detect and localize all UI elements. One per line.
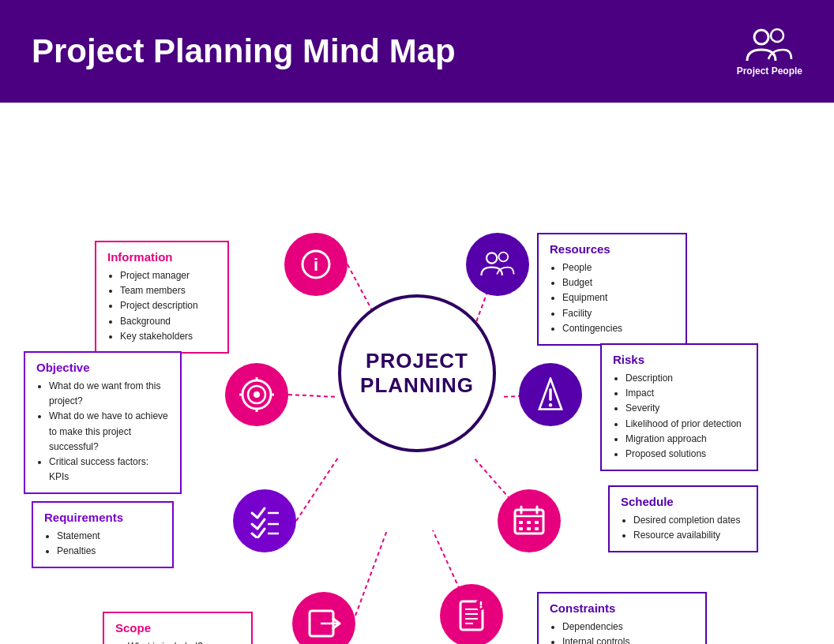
list-item: Desired completion dates [633,513,746,528]
box-resources: Resources People Budget Equipment Facili… [537,233,687,346]
svg-point-13 [498,253,508,262]
list-item: Budget [562,275,674,290]
info-icon: i [300,249,332,280]
svg-point-0 [754,30,768,44]
constraints-title: Constraints [550,601,694,615]
list-item: What is included? [128,639,240,644]
resources-title: Resources [550,242,674,256]
icon-objective [225,363,288,426]
information-list: Project manager Team members Project des… [107,268,216,344]
list-item: Team members [120,283,216,298]
icon-scope [292,592,355,644]
list-item: Background [120,314,216,329]
constraints-list: Dependencies Internal controls Approvals… [550,620,694,644]
svg-rect-33 [535,521,539,524]
svg-rect-36 [535,527,539,530]
risks-list: Description Impact Severity Likelihood o… [613,371,746,462]
list-item: People [562,260,674,275]
icon-information: i [284,233,348,296]
box-risks: Risks Description Impact Severity Likeli… [600,343,758,471]
requirements-title: Requirements [44,511,161,524]
svg-point-16 [254,391,260,398]
list-item: Severity [626,401,746,416]
objective-icon [239,377,274,412]
header-icon-group: Project People [737,26,802,77]
svg-rect-34 [519,527,523,530]
center-circle: PROJECT PLANNING [338,294,496,452]
svg-point-1 [771,29,783,42]
svg-point-46 [480,606,483,608]
list-item: Contingencies [562,321,674,336]
box-information: Information Project manager Team members… [95,241,229,354]
information-title: Information [107,250,216,264]
list-item: Impact [626,386,746,401]
resources-icon [480,249,515,280]
schedule-title: Schedule [621,495,746,508]
resources-list: People Budget Equipment Facility Conting… [550,260,674,336]
svg-line-4 [288,395,338,397]
risks-icon [536,377,565,412]
list-item: What do we have to achieve to make this … [49,409,169,455]
list-item: Internal controls [562,635,694,644]
objective-list: What do we want from this project? What … [36,379,169,485]
svg-rect-32 [527,521,531,524]
schedule-icon [512,504,547,538]
scope-title: Scope [115,621,240,635]
svg-line-6 [296,458,338,521]
people-icon [746,26,793,66]
list-item: Key stakeholders [120,329,216,344]
list-item: Migration approach [626,432,746,447]
list-item: Dependencies [562,620,694,635]
requirements-list: Statement Penalties [44,529,161,559]
list-item: Description [626,371,746,386]
icon-resources [466,233,529,296]
scope-list: What is included? What is excluded? [115,639,240,644]
svg-rect-35 [527,527,531,530]
scope-icon [306,606,341,641]
svg-line-8 [355,530,387,616]
list-item: Critical success factors: KPIs [49,455,169,485]
svg-rect-31 [519,521,523,524]
icon-schedule [498,489,561,552]
list-item: Penalties [57,544,161,559]
list-item: Equipment [562,290,674,305]
list-item: Facility [562,306,674,321]
schedule-list: Desired completion dates Resource availa… [621,513,746,543]
center-line2: PLANNING [360,373,474,397]
list-item: Resource availability [633,528,746,543]
requirements-icon [247,504,282,538]
icon-risks [519,363,582,426]
box-scope: Scope What is included? What is excluded… [103,612,253,644]
objective-title: Objective [36,361,169,374]
icon-constraints [440,584,503,644]
list-item: Project description [120,298,216,313]
list-item: Proposed solutions [626,447,746,462]
header-icon-label: Project People [737,66,802,77]
list-item: Project manager [120,268,216,283]
header: Project Planning Mind Map Project People [0,0,834,103]
constraints-icon [454,598,489,633]
center-line1: PROJECT [366,349,468,373]
box-objective: Objective What do we want from this proj… [24,351,182,494]
page-title: Project Planning Mind Map [32,32,456,70]
box-schedule: Schedule Desired completion dates Resour… [608,485,758,552]
main-canvas: PROJECT PLANNING i [0,103,834,644]
list-item: What do we want from this project? [49,379,169,409]
box-requirements: Requirements Statement Penalties [32,501,174,568]
list-item: Likelihood of prior detection [626,417,746,432]
icon-requirements [233,489,296,552]
svg-text:i: i [314,255,318,275]
risks-title: Risks [613,353,746,366]
list-item: Statement [57,529,161,544]
svg-point-12 [486,253,497,263]
svg-point-23 [549,403,552,406]
box-constraints: Constraints Dependencies Internal contro… [537,592,707,644]
